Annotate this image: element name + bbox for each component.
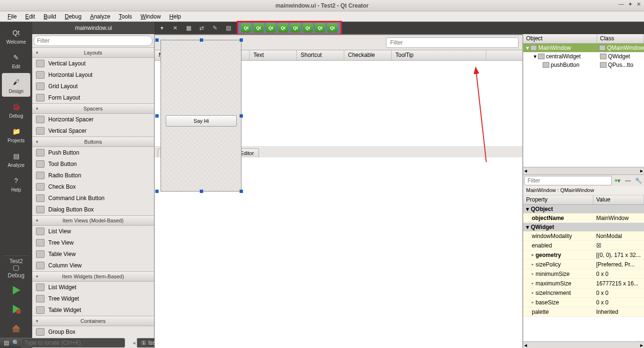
widget-item[interactable]: Vertical Spacer bbox=[32, 125, 154, 137]
inspector-row[interactable]: ▾centralWidgetQWidget bbox=[523, 52, 644, 61]
layout-form-icon[interactable]: Qt bbox=[303, 23, 313, 33]
layout-horiz-splitter-icon[interactable]: Qt bbox=[266, 23, 276, 33]
mode-welcome[interactable]: QtWelcome bbox=[2, 24, 30, 47]
property-filter[interactable] bbox=[524, 176, 612, 185]
adjust-size-icon[interactable]: Qt bbox=[327, 23, 338, 33]
inspector-row[interactable]: pushButtonQPus...tto bbox=[523, 61, 644, 69]
widget-item[interactable]: Grid Layout bbox=[32, 81, 154, 92]
layout-grid-icon[interactable]: Qt bbox=[290, 23, 301, 33]
edit-widgets-icon[interactable]: ▦ bbox=[182, 22, 195, 34]
action-column-header[interactable]: Shortcut bbox=[297, 50, 344, 60]
object-inspector[interactable]: ▾MainWindowQMainWindow▾centralWidgetQWid… bbox=[523, 44, 644, 167]
widget-item[interactable]: Horizontal Spacer bbox=[32, 114, 154, 125]
layout-horiz-icon[interactable]: Qt bbox=[241, 23, 251, 33]
widget-item[interactable]: Vertical Layout bbox=[32, 58, 154, 69]
property-editor[interactable]: ▾QObject objectNameMainWindow▾QWidget wi… bbox=[523, 205, 644, 341]
layout-vert-splitter-icon[interactable]: Qt bbox=[278, 23, 288, 33]
toggle-sidebar-icon[interactable]: ▤ bbox=[2, 339, 10, 347]
form-canvas[interactable]: Say Hi 📄 📋 📋 ✖ ▦▾ bbox=[154, 34, 523, 348]
property-row[interactable]: ▸ geometry[(0, 0), 171 x 32... bbox=[523, 250, 644, 260]
menu-edit[interactable]: Edit bbox=[21, 12, 39, 21]
action-filter[interactable] bbox=[386, 37, 519, 48]
menu-window[interactable]: Window bbox=[137, 12, 165, 21]
widget-category[interactable]: Spacers bbox=[32, 103, 154, 114]
property-column-header[interactable]: Value bbox=[593, 195, 644, 204]
minimize-button[interactable]: — bbox=[618, 1, 624, 8]
widget-item[interactable]: Group Box bbox=[32, 326, 154, 338]
menu-file[interactable]: File bbox=[4, 12, 20, 21]
action-column-header[interactable]: ToolTip bbox=[392, 50, 486, 60]
widget-item[interactable]: Radio Button bbox=[32, 170, 154, 181]
close-button[interactable]: ✕ bbox=[636, 1, 641, 8]
property-category[interactable]: ▾QObject bbox=[523, 205, 644, 213]
mode-design[interactable]: 🖌Design bbox=[2, 73, 30, 97]
property-row[interactable]: ▸ minimumSize0 x 0 bbox=[523, 269, 644, 279]
widget-item[interactable]: Tree View bbox=[32, 237, 154, 248]
mode-analyze[interactable]: ▤Analyze bbox=[2, 147, 30, 171]
property-column-header[interactable]: Property bbox=[523, 195, 593, 204]
break-layout-icon[interactable]: Qt bbox=[315, 23, 325, 33]
property-row[interactable]: objectNameMainWindow bbox=[523, 213, 644, 223]
action-column-header[interactable]: Checkable bbox=[344, 50, 392, 60]
property-row[interactable]: ▸ baseSize0 x 0 bbox=[523, 298, 644, 307]
widget-item[interactable]: Command Link Button bbox=[32, 192, 154, 204]
widget-item[interactable]: Horizontal Layout bbox=[32, 69, 154, 81]
edit-tab-order-icon[interactable]: ▤ bbox=[222, 22, 235, 34]
widget-item[interactable]: Push Button bbox=[32, 147, 154, 158]
layout-vert-icon[interactable]: Qt bbox=[253, 23, 264, 33]
kit-selector[interactable]: Test2 🖵 Debug bbox=[3, 256, 29, 281]
run-debug-button[interactable] bbox=[7, 301, 26, 318]
menu-help[interactable]: Help bbox=[166, 12, 185, 21]
maximize-button[interactable]: ✦ bbox=[628, 1, 633, 8]
main-window-form[interactable]: Say Hi bbox=[161, 40, 242, 192]
inspector-column-header[interactable]: Class bbox=[597, 34, 644, 43]
widget-item[interactable]: Table Widget bbox=[32, 304, 154, 316]
mode-help[interactable]: ?Help bbox=[2, 172, 30, 195]
say-hi-button[interactable]: Say Hi bbox=[166, 115, 237, 127]
widget-item[interactable]: Dialog Button Box bbox=[32, 204, 154, 215]
add-dynamic-property-icon[interactable]: +▾ bbox=[613, 176, 622, 185]
property-row[interactable]: paletteInherited bbox=[523, 307, 644, 317]
configure-icon[interactable]: 🔧 bbox=[634, 176, 643, 185]
widget-category[interactable]: Buttons bbox=[32, 137, 154, 147]
property-row[interactable]: windowModalityNonModal bbox=[523, 231, 644, 241]
action-column-header[interactable]: Text bbox=[250, 50, 297, 60]
menu-debug[interactable]: Debug bbox=[61, 12, 85, 21]
mode-projects[interactable]: 📁Projects bbox=[2, 122, 30, 146]
widget-item[interactable]: List Widget bbox=[32, 282, 154, 293]
tab-close-icon[interactable]: ✕ bbox=[169, 22, 182, 34]
menu-build[interactable]: Build bbox=[40, 12, 60, 21]
inspector-scrollbar[interactable]: ◂▸ bbox=[523, 167, 644, 174]
remove-property-icon[interactable]: — bbox=[623, 176, 633, 185]
mode-debug[interactable]: 🐞Debug bbox=[2, 98, 30, 121]
build-button[interactable] bbox=[7, 320, 26, 337]
run-button[interactable] bbox=[7, 282, 26, 299]
property-row[interactable]: ▸ sizeIncrement0 x 0 bbox=[523, 288, 644, 298]
locator-input[interactable] bbox=[21, 338, 125, 348]
menu-analyze[interactable]: Analyze bbox=[86, 12, 114, 21]
edit-buddies-icon[interactable]: ✎ bbox=[208, 22, 222, 34]
widget-category[interactable]: Item Views (Model-Based) bbox=[32, 215, 154, 226]
widget-item[interactable]: Tool Button bbox=[32, 158, 154, 170]
widgetbox-filter[interactable] bbox=[34, 36, 152, 46]
widget-item[interactable]: List View bbox=[32, 226, 154, 237]
inspector-column-header[interactable]: Object bbox=[523, 34, 597, 43]
widget-category[interactable]: Item Widgets (Item-Based) bbox=[32, 271, 154, 282]
property-scrollbar[interactable]: ◂▸ bbox=[523, 341, 644, 348]
widget-item[interactable]: Check Box bbox=[32, 181, 154, 192]
widget-item[interactable]: Table View bbox=[32, 248, 154, 260]
locator-icon[interactable]: 🔍 bbox=[11, 339, 20, 347]
close-pane-icon[interactable]: ▢ bbox=[634, 339, 642, 347]
widget-item[interactable]: Form Layout bbox=[32, 92, 154, 103]
mode-edit[interactable]: ✎Edit bbox=[2, 48, 30, 72]
edit-signals-icon[interactable]: ⇄ bbox=[195, 22, 208, 34]
menu-tools[interactable]: Tools bbox=[115, 12, 136, 21]
tab-dropdown-icon[interactable]: ▾ bbox=[155, 22, 169, 34]
property-row[interactable]: ▸ maximumSize16777215 x 16... bbox=[523, 279, 644, 288]
widget-category[interactable]: Layouts bbox=[32, 47, 154, 58]
property-row[interactable]: ▸ sizePolicy[Preferred, Pr... bbox=[523, 260, 644, 269]
property-category[interactable]: ▾QWidget bbox=[523, 223, 644, 231]
widget-item[interactable]: Column View bbox=[32, 260, 154, 271]
property-row[interactable]: enabled☒ bbox=[523, 241, 644, 250]
widget-item[interactable]: Tree Widget bbox=[32, 293, 154, 304]
